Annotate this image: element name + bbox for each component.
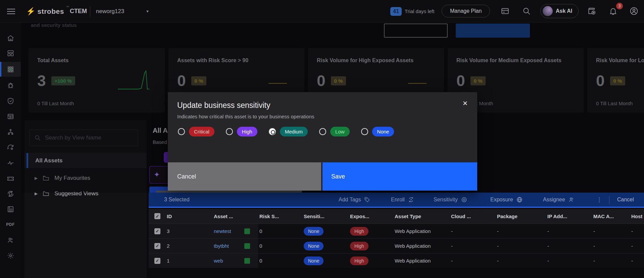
asset-link[interactable]: tbytbht [212, 243, 258, 249]
manage-plan-button[interactable]: Manage Plan [442, 5, 490, 17]
more-actions-kebab-icon[interactable]: ⋮ [596, 196, 602, 203]
assignee-action[interactable]: Assignee [543, 196, 575, 203]
radio-checked-icon[interactable] [269, 128, 276, 135]
sidebar-item-users[interactable] [0, 233, 21, 247]
col-exposure[interactable]: Expos... [349, 213, 393, 219]
sensitivity-label: Sensitivity [434, 197, 458, 203]
sidebar-item-home[interactable] [0, 31, 21, 45]
search-icon[interactable] [522, 7, 531, 15]
col-ip[interactable]: IP Add... [546, 213, 592, 219]
assignee-users-icon [568, 196, 575, 203]
sidebar-item-automation[interactable] [0, 140, 21, 155]
radio-unchecked-icon[interactable] [361, 128, 368, 135]
option-low[interactable]: Low [319, 127, 350, 136]
org-selector[interactable]: neworg123 ▾ [96, 0, 149, 23]
low-pill: Low [330, 127, 350, 136]
asset-link[interactable]: web [212, 258, 258, 264]
users-icon [7, 236, 14, 244]
cell-cloud: - [450, 243, 496, 249]
sensitivity-options: Critical High Medium Low None [178, 127, 405, 136]
chevron-down-icon: ▾ [146, 9, 149, 14]
option-critical[interactable]: Critical [178, 127, 214, 136]
exposure-action[interactable]: Exposure [490, 196, 523, 203]
table-row[interactable]: ✓ 1 web 0 None High Web Application - - … [149, 253, 644, 268]
radio-unchecked-icon[interactable] [226, 128, 233, 135]
user-account-icon[interactable] [630, 7, 638, 15]
notifications-bell-icon[interactable] [609, 7, 617, 15]
add-tags-action[interactable]: Add Tags [339, 196, 370, 203]
pdf-icon: PDF [6, 222, 15, 227]
sidebar-item-compliance[interactable] [0, 186, 21, 201]
option-high[interactable]: High [226, 127, 257, 136]
table-row[interactable]: ✓ 3 newtest 0 None High Web Application … [149, 224, 644, 238]
sidebar-item-hierarchy[interactable] [0, 124, 21, 139]
left-icon-sidebar: PDF [0, 23, 21, 278]
sensitivity-action[interactable]: Sensitivity [434, 196, 467, 203]
exposure-badge: High [350, 256, 368, 265]
cell-host: - [630, 258, 644, 264]
status-square-icon [244, 228, 250, 234]
hamburger-menu-icon[interactable] [6, 0, 16, 23]
assignee-label: Assignee [543, 197, 565, 203]
sidebar-item-settings[interactable] [0, 248, 21, 263]
cell-risk: 0 [258, 243, 302, 249]
row-checkbox[interactable]: ✓ [154, 258, 160, 264]
table-cells-icon [7, 113, 14, 120]
sidebar-item-dashboard[interactable] [0, 46, 21, 61]
cell-cloud: - [450, 258, 496, 264]
cancel-button[interactable]: Cancel [168, 162, 321, 191]
col-host[interactable]: Host [630, 213, 644, 219]
sitemap-icon [7, 128, 14, 136]
cell-id: 1 [165, 258, 212, 264]
sensitivity-badge: None [304, 256, 324, 265]
activity-pulse-icon [7, 159, 14, 167]
sidebar-item-tickets[interactable] [0, 171, 21, 186]
strobes-logo: ⚡ strobes ™ [26, 0, 69, 23]
col-cloud[interactable]: Cloud ... [450, 213, 496, 219]
cell-host: - [630, 228, 644, 234]
radio-unchecked-icon[interactable] [319, 128, 326, 135]
col-id[interactable]: ID [165, 213, 212, 219]
sidebar-item-vulnerabilities[interactable] [0, 78, 21, 93]
option-none[interactable]: None [361, 127, 394, 136]
row-checkbox[interactable]: ✓ [154, 228, 160, 234]
enroll-action[interactable]: Enroll [391, 196, 414, 203]
action-bar-divider [609, 196, 609, 204]
save-button[interactable]: Save [323, 162, 477, 191]
option-medium[interactable]: Medium [269, 127, 308, 136]
ask-ai-label: Ask AI [556, 8, 572, 14]
col-asset-type[interactable]: Asset Type [393, 213, 450, 219]
close-icon[interactable]: ✕ [462, 100, 468, 107]
sidebar-item-reports-table[interactable] [0, 109, 21, 124]
gear-icon [7, 252, 14, 260]
sidebar-item-kanban[interactable] [0, 202, 21, 216]
sync-gear-icon [7, 144, 14, 151]
billing-card-icon[interactable] [501, 7, 509, 15]
scheduled-scans-icon[interactable] [587, 7, 596, 15]
product-name: CTEM [70, 0, 87, 23]
bulk-cancel-button[interactable]: Cancel [617, 197, 634, 203]
col-package[interactable]: Package [496, 213, 546, 219]
sidebar-item-pdf-reports[interactable]: PDF [0, 217, 21, 232]
col-risk-score[interactable]: Risk S... [258, 213, 302, 219]
sidebar-item-activity[interactable] [0, 155, 21, 170]
table-row[interactable]: ✓ 2 tbytbht 0 None High Web Application … [149, 238, 644, 253]
logo-trademark: ™ [66, 5, 69, 9]
cell-id: 2 [165, 243, 212, 249]
select-all-checkbox[interactable]: ✓ [154, 213, 160, 219]
asset-link[interactable]: newtest [212, 228, 258, 234]
ask-ai-button[interactable]: Ask AI [540, 4, 579, 18]
medium-pill: Medium [280, 127, 308, 136]
status-square-icon [244, 243, 250, 249]
sidebar-item-assets[interactable] [0, 62, 21, 77]
cell-mac: - [592, 243, 630, 249]
sidebar-item-security[interactable] [0, 93, 21, 108]
col-asset[interactable]: Asset ... [212, 213, 258, 219]
logo-bolt-icon: ⚡ [26, 7, 35, 16]
row-checkbox[interactable]: ✓ [154, 243, 160, 249]
col-mac[interactable]: MAC A... [592, 213, 630, 219]
col-sensitivity[interactable]: Sensiti... [302, 213, 349, 219]
home-icon [7, 34, 14, 42]
logo-text: strobes [37, 7, 64, 15]
radio-unchecked-icon[interactable] [178, 128, 185, 135]
